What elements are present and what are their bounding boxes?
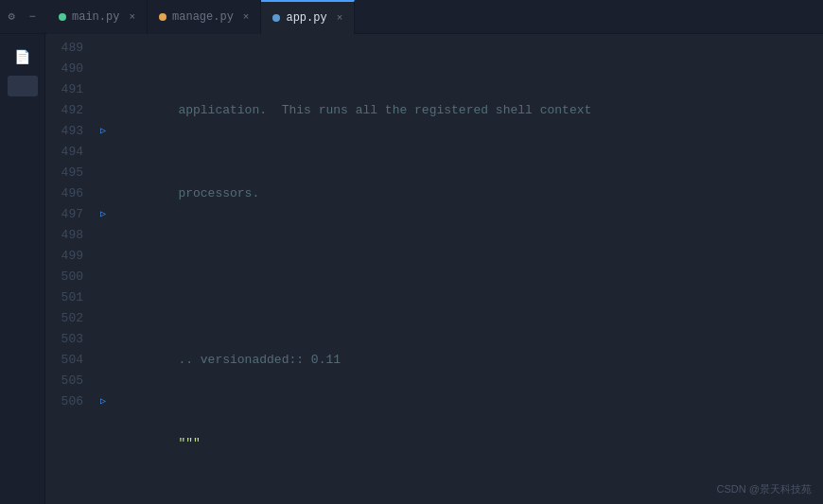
gear-icon[interactable]: ⚙ (4, 9, 19, 25)
main-area: 📄 489 490 491 492 493 494 495 496 497 49… (0, 34, 823, 504)
gutter-506: ▷ (95, 391, 112, 412)
minimize-icon[interactable]: − (25, 9, 40, 25)
code-editor[interactable]: 489 490 491 492 493 494 495 496 497 498 … (45, 34, 823, 504)
gutter-490 (95, 59, 112, 79)
gutter-502 (95, 308, 112, 329)
tab-indicator (159, 13, 166, 21)
tab-manage-py[interactable]: manage.py × (148, 0, 261, 34)
gutter-501 (95, 287, 112, 308)
gutter-497: ▷ (95, 204, 112, 225)
gutter-495 (95, 163, 112, 183)
gutter-498 (95, 225, 112, 246)
tab-indicator (272, 14, 280, 22)
code-area: 489 490 491 492 493 494 495 496 497 498 … (45, 34, 823, 504)
code-line-489: application. This runs all the registere… (119, 100, 823, 121)
gutter-493: ▷ (95, 121, 112, 142)
line-numbers: 489 490 491 492 493 494 495 496 497 498 … (45, 34, 95, 504)
gutter-491 (95, 79, 112, 100)
tab-app-py[interactable]: app.py × (261, 0, 355, 34)
tab-close-icon[interactable]: × (129, 11, 135, 23)
gutter-505 (95, 371, 112, 391)
tab-close-icon[interactable]: × (243, 11, 250, 23)
tab-close-icon[interactable]: × (337, 12, 343, 24)
gutter: ▷ ▷ ▷ (95, 34, 112, 504)
gutter-492 (95, 100, 112, 121)
gutter-499 (95, 246, 112, 267)
gutter-500 (95, 267, 112, 287)
gutter-503 (95, 329, 112, 350)
tab-label: main.py (72, 10, 119, 24)
gutter-504 (95, 350, 112, 371)
tab-bar: ⚙ − main.py × manage.py × app.py × (0, 0, 823, 34)
sidebar-active-item[interactable] (8, 76, 38, 96)
gutter-494 (95, 142, 112, 163)
code-line-492: .. versionadded:: 0.11 (119, 350, 823, 371)
sidebar: 📄 (0, 34, 45, 504)
sidebar-files-icon[interactable]: 📄 (8, 42, 38, 72)
watermark: CSDN @景天科技苑 (717, 482, 812, 496)
code-content: application. This runs all the registere… (112, 34, 823, 504)
code-line-493: """ (119, 433, 823, 454)
gutter-489 (95, 38, 112, 59)
code-line-490: processors. (119, 183, 823, 204)
tab-indicator (59, 13, 66, 21)
code-line-491 (119, 267, 823, 287)
window-controls: ⚙ − (4, 9, 40, 25)
tab-label: app.py (286, 11, 326, 25)
tab-main-py[interactable]: main.py × (47, 0, 148, 34)
gutter-496 (95, 183, 112, 204)
tab-label: manage.py (172, 10, 234, 24)
